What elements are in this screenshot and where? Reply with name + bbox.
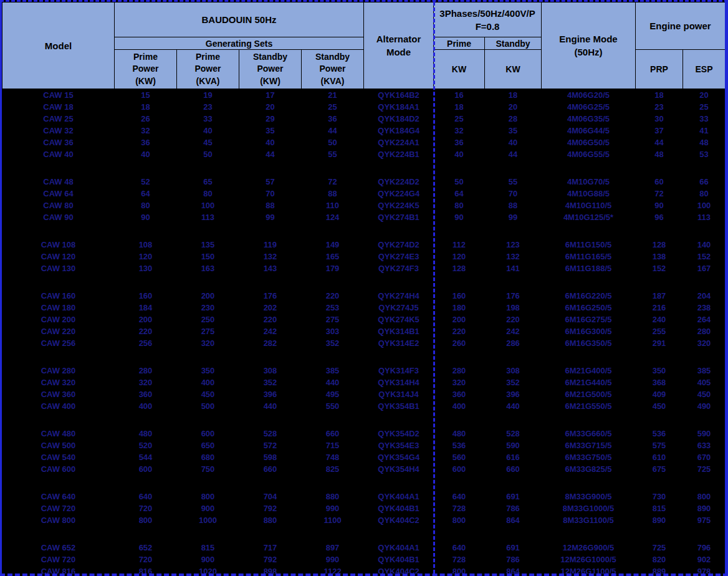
data-cell: 480 [434,428,485,439]
data-cell: 280 [115,365,177,377]
data-cell: 30 [636,113,683,125]
col-header-prp: PRP [636,50,683,89]
data-cell: 184 [115,302,177,314]
group-spacer-row [2,223,726,239]
data-cell: 890 [683,502,726,514]
data-cell: 650 [177,439,239,451]
data-cell: 6M21G550/5 [542,400,636,412]
table-row: CAW 3232403544QYK184G432354M06G44/53741 [2,125,726,137]
data-cell: 405 [683,377,726,388]
data-cell: 990 [302,554,364,565]
data-cell: 65 [177,176,239,188]
data-cell: 409 [636,388,683,400]
model-cell: CAW 220 [2,325,115,337]
data-cell: 480 [115,428,177,439]
data-cell: 17 [239,89,302,102]
model-cell: CAW 130 [2,262,115,274]
table-row: CAW 2526332936QYK184D225284M06G35/53033 [2,113,726,125]
model-cell: CAW 600 [2,463,115,475]
data-cell: QYK274E3 [364,251,434,262]
data-cell: QYK404C2 [364,565,434,576]
model-cell: CAW 816 [2,565,115,576]
data-cell: 800 [434,514,485,526]
data-cell: 40 [115,148,177,160]
data-cell: 1100 [302,514,364,526]
data-cell: 725 [636,542,683,554]
data-cell: QYK184G4 [364,125,434,137]
data-cell: 88 [485,199,542,211]
model-cell: CAW 200 [2,314,115,325]
data-cell: 6M33G825/5 [542,463,636,475]
data-cell: 880 [302,491,364,502]
data-cell: QYK274H4 [364,290,434,302]
data-cell: QYK274J5 [364,302,434,314]
data-cell: 800 [115,514,177,526]
data-cell: 179 [302,262,364,274]
data-cell: 242 [239,325,302,337]
col-header-generating-sets: Generating Sets [115,37,364,50]
data-cell: 202 [239,302,302,314]
data-cell: 800 [683,491,726,502]
data-cell: 282 [239,337,302,349]
data-cell: QYK404A1 [364,491,434,502]
data-cell: 128 [636,239,683,251]
data-cell: 55 [485,176,542,188]
col-header-prime-power-kw: Prime Power (KW) [115,50,177,89]
data-cell: QYK314E2 [364,337,434,349]
data-cell: 123 [485,239,542,251]
data-cell: 352 [239,377,302,388]
data-cell: 520 [115,439,177,451]
table-row: CAW 600600750660825QYK354H46006606M33G82… [2,463,726,475]
data-cell: 560 [434,451,485,463]
data-cell: 23 [177,101,239,113]
data-cell: 4M06G35/5 [542,113,636,125]
data-cell: 72 [636,188,683,199]
data-cell: 64 [434,188,485,199]
data-cell: 440 [239,400,302,412]
data-cell: 4M06G25/5 [542,101,636,113]
table-row: CAW 6464807088QYK224G464704M10G88/57280 [2,188,726,199]
data-cell: 18 [115,101,177,113]
data-cell: 4M06G44/5 [542,125,636,137]
table-row: CAW 200200250220275QYK274K52002206M16G27… [2,314,726,325]
model-cell: CAW 720 [2,554,115,565]
model-cell: CAW 320 [2,377,115,388]
data-cell: 18 [636,89,683,102]
data-cell: 36 [115,137,177,148]
data-cell: 44 [485,148,542,160]
model-cell: CAW 15 [2,89,115,102]
data-cell: 57 [239,176,302,188]
group-spacer-row [2,412,726,428]
data-cell: 165 [302,251,364,262]
model-cell: CAW 64 [2,188,115,199]
data-cell: 6M16G220/5 [542,290,636,302]
genset-spec-table: Model BAUDOUIN 50Hz Alternator Mode 3Pha… [2,2,726,576]
model-cell: CAW 540 [2,451,115,463]
data-cell: 242 [485,325,542,337]
data-cell: 90 [636,199,683,211]
data-cell: 660 [485,463,542,475]
data-cell: 864 [485,514,542,526]
data-cell: 320 [177,337,239,349]
data-cell: 149 [302,239,364,251]
data-cell: 600 [434,463,485,475]
col-header-standby-power-kw: Standby Power (KW) [239,50,302,89]
model-cell: CAW 40 [2,148,115,160]
data-cell: 200 [115,314,177,325]
data-cell: 25 [302,101,364,113]
data-cell: 32 [115,125,177,137]
data-cell: 880 [239,514,302,526]
table-body: CAW 1515191721QYK164B216184M06G20/51820C… [2,89,726,576]
model-cell: CAW 400 [2,400,115,412]
data-cell: 132 [239,251,302,262]
data-cell: 320 [434,377,485,388]
data-cell: 113 [177,211,239,223]
data-cell: 352 [302,337,364,349]
data-cell: 800 [177,491,239,502]
data-cell: 99 [239,211,302,223]
data-cell: 45 [177,137,239,148]
data-cell: QYK314B1 [364,325,434,337]
data-cell: 6M21G400/5 [542,365,636,377]
model-cell: CAW 180 [2,302,115,314]
data-cell: 6M33G750/5 [542,451,636,463]
